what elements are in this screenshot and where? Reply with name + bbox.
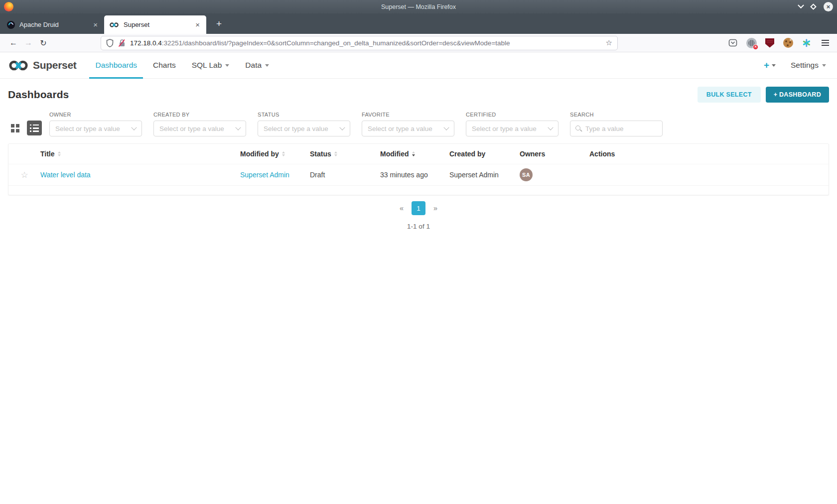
- extension-icon: [746, 38, 757, 48]
- url-host: 172.18.0.4: [130, 39, 162, 47]
- brand-name: Superset: [33, 59, 76, 71]
- select-placeholder: Select or type a value: [159, 125, 224, 132]
- bulk-select-button[interactable]: BULK SELECT: [698, 87, 761, 103]
- list-icon: [33, 125, 39, 132]
- nav-label: SQL Lab: [192, 61, 222, 70]
- nav-item-sql-lab[interactable]: SQL Lab: [184, 52, 238, 78]
- sort-icon: [282, 151, 285, 157]
- next-page-button[interactable]: »: [433, 204, 437, 212]
- cookie-extension-button[interactable]: [782, 37, 794, 49]
- search-box: [570, 121, 663, 136]
- sort-icon: [58, 151, 61, 157]
- filter-label-owner: OWNER: [49, 112, 142, 118]
- druid-favicon-icon: [7, 21, 15, 29]
- nav-item-data[interactable]: Data: [237, 52, 277, 78]
- column-header-modified[interactable]: Modified: [380, 150, 449, 158]
- superset-favicon-icon: [109, 22, 119, 28]
- settings-menu[interactable]: Settings: [791, 61, 826, 70]
- tab-label: Superset: [124, 21, 194, 28]
- url-path: :32251/dashboard/list/?pageIndex=0&sortC…: [162, 39, 510, 47]
- owner-avatar: SA: [520, 168, 533, 181]
- column-label: Modified by: [240, 150, 279, 158]
- page-1-button[interactable]: 1: [412, 201, 425, 215]
- previous-page-button[interactable]: «: [400, 204, 404, 212]
- column-label: Created by: [449, 150, 485, 158]
- select-placeholder: Select or type a value: [368, 125, 432, 132]
- owner-filter-select[interactable]: Select or type a value: [49, 121, 142, 136]
- status-cell: Draft: [310, 171, 380, 179]
- sort-icon: [334, 151, 337, 157]
- created-by-filter-select[interactable]: Select or type a value: [153, 121, 246, 136]
- new-tab-button[interactable]: +: [209, 18, 229, 29]
- tab-strip: Apache Druid × Superset × +: [0, 13, 837, 34]
- chevron-down-icon: [225, 64, 229, 67]
- bookmark-star-icon[interactable]: ☆: [606, 38, 612, 47]
- nav-label: Data: [245, 61, 262, 70]
- list-view-toggle[interactable]: [27, 121, 42, 135]
- superset-brand[interactable]: Superset: [8, 52, 76, 78]
- card-view-toggle[interactable]: [8, 121, 22, 135]
- column-header-title[interactable]: Title: [40, 150, 240, 158]
- chevron-down-icon: [265, 64, 269, 67]
- window-minimize-icon[interactable]: [798, 2, 804, 8]
- filter-label-status: STATUS: [258, 112, 350, 118]
- table-header-row: Title Modified by Status Modified Create…: [8, 144, 829, 164]
- certified-filter-select[interactable]: Select or type a value: [466, 121, 558, 136]
- asterisk-icon: [802, 38, 811, 47]
- nav-item-dashboards[interactable]: Dashboards: [87, 52, 145, 78]
- column-header-modified-by[interactable]: Modified by: [240, 150, 310, 158]
- chevron-down-icon: [131, 125, 137, 130]
- menu-button[interactable]: [819, 37, 831, 49]
- nav-label: Charts: [153, 61, 176, 70]
- superset-navbar: Superset Dashboards Charts SQL Lab Data …: [0, 52, 837, 79]
- url-bar[interactable]: 172.18.0.4:32251/dashboard/list/?pageInd…: [101, 36, 618, 50]
- chevron-down-icon: [443, 125, 449, 130]
- tab-label: Apache Druid: [19, 21, 92, 28]
- column-header-owners: Owners: [520, 150, 589, 158]
- search-input[interactable]: [585, 125, 657, 132]
- tab-apache-druid[interactable]: Apache Druid ×: [2, 15, 104, 34]
- new-item-menu[interactable]: +: [764, 60, 776, 71]
- modified-cell: 33 minutes ago: [380, 171, 449, 179]
- nav-label: Dashboards: [95, 61, 137, 70]
- plus-icon: +: [764, 60, 769, 71]
- tab-superset[interactable]: Superset ×: [104, 15, 206, 34]
- column-header-status[interactable]: Status: [310, 150, 380, 158]
- filter-label-created-by: CREATED BY: [153, 112, 246, 118]
- cookie-icon: [783, 38, 793, 48]
- filter-label-certified: CERTIFIED: [466, 112, 558, 118]
- tab-close-icon[interactable]: ×: [92, 20, 99, 29]
- nav-item-charts[interactable]: Charts: [145, 52, 184, 78]
- privacy-extension-button[interactable]: [745, 37, 757, 49]
- modified-by-link[interactable]: Superset Admin: [240, 171, 289, 179]
- hamburger-menu-icon: [822, 40, 829, 46]
- dashboards-table: Title Modified by Status Modified Create…: [8, 143, 829, 195]
- dashboard-title-link[interactable]: Water level data: [40, 171, 91, 179]
- select-placeholder: Select or type a value: [264, 125, 328, 132]
- created-by-cell: Superset Admin: [449, 171, 520, 179]
- back-button[interactable]: ←: [6, 36, 21, 50]
- filter-bar: OWNER Select or type a value CREATED BY …: [0, 109, 837, 136]
- window-close-button[interactable]: ×: [824, 2, 833, 11]
- reload-button[interactable]: ↻: [36, 36, 51, 50]
- asterisk-extension-button[interactable]: [801, 37, 813, 49]
- column-label: Status: [310, 150, 331, 158]
- tab-close-icon[interactable]: ×: [194, 20, 201, 29]
- search-icon: [575, 126, 582, 132]
- pocket-button[interactable]: [727, 37, 739, 49]
- tracking-shield-icon[interactable]: [106, 39, 114, 47]
- column-header-actions: Actions: [589, 150, 829, 158]
- status-filter-select[interactable]: Select or type a value: [258, 121, 350, 136]
- add-dashboard-button[interactable]: + DASHBOARD: [766, 87, 829, 103]
- favorite-star-icon[interactable]: ☆: [20, 170, 28, 180]
- column-label: Modified: [380, 150, 409, 158]
- window-maximize-icon[interactable]: [810, 3, 817, 10]
- chevron-down-icon: [235, 125, 241, 130]
- forward-button[interactable]: →: [21, 36, 36, 50]
- select-placeholder: Select or type a value: [55, 125, 120, 132]
- insecure-lock-icon[interactable]: [118, 39, 126, 47]
- list-icon: [30, 125, 31, 132]
- ublock-extension-button[interactable]: [764, 37, 776, 49]
- pagination-summary: 1-1 of 1: [0, 223, 837, 230]
- favorite-filter-select[interactable]: Select or type a value: [362, 121, 454, 136]
